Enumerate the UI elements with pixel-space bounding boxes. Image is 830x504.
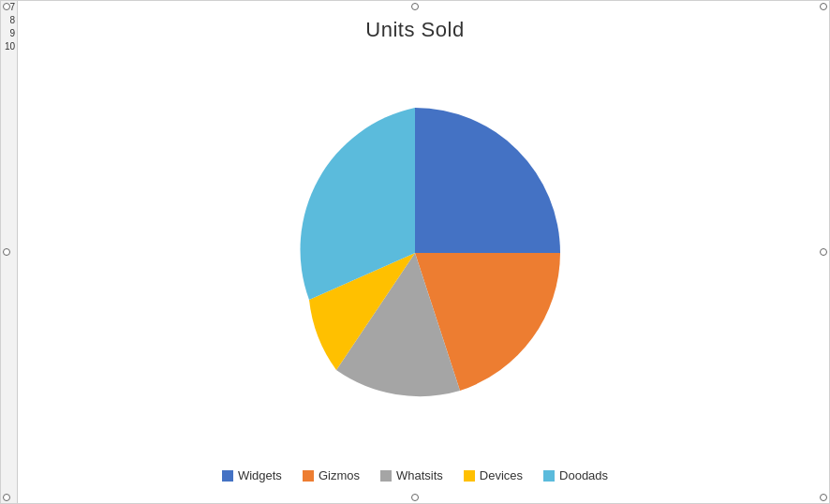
row-num-8: 8	[1, 14, 17, 27]
legend-item-devices: Devices	[464, 468, 523, 482]
handle-right-center[interactable]	[820, 248, 827, 256]
row-num-10: 10	[1, 40, 17, 53]
handle-left-center[interactable]	[3, 248, 10, 256]
legend-label-devices: Devices	[480, 468, 523, 482]
legend-label-doodads: Doodads	[559, 468, 608, 482]
handle-bottom-center[interactable]	[411, 494, 419, 501]
handle-top-center[interactable]	[411, 3, 419, 10]
pie-chart-svg	[256, 94, 574, 412]
legend-swatch-doodads	[543, 470, 555, 482]
legend-swatch-widgets	[222, 470, 233, 482]
pie-chart-area	[256, 52, 574, 453]
legend-label-widgets: Widgets	[238, 468, 282, 482]
legend-item-widgets: Widgets	[222, 468, 282, 482]
legend-item-whatsits: Whatsits	[380, 468, 443, 482]
legend-swatch-devices	[464, 470, 475, 482]
row-num-9: 9	[1, 27, 17, 40]
legend-item-doodads: Doodads	[543, 468, 608, 482]
legend-label-whatsits: Whatsits	[396, 468, 443, 482]
handle-bottom-left[interactable]	[3, 494, 10, 501]
legend-swatch-gizmos	[303, 470, 314, 482]
handle-top-left[interactable]	[3, 3, 10, 10]
chart-container: 7 8 9 10 Units Sold Widgets Gizmos	[0, 0, 830, 504]
legend-label-gizmos: Gizmos	[319, 468, 360, 482]
segment-widgets[interactable]	[415, 108, 560, 253]
legend-item-gizmos: Gizmos	[303, 468, 360, 482]
handle-bottom-right[interactable]	[820, 494, 827, 501]
chart-title: Units Sold	[365, 18, 464, 42]
legend-swatch-whatsits	[380, 470, 392, 482]
handle-top-right[interactable]	[820, 3, 827, 10]
